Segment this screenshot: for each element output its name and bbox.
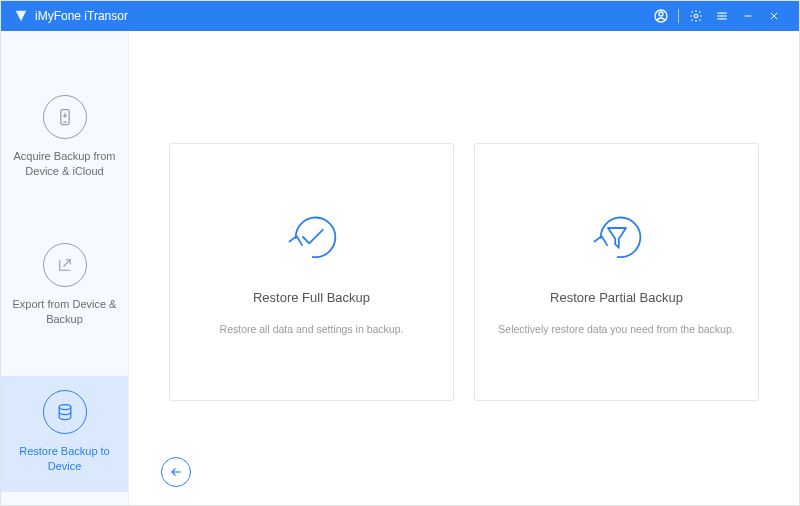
- sidebar-item-label: Restore Backup to Device: [9, 444, 120, 474]
- card-description: Selectively restore data you need from t…: [498, 323, 734, 335]
- sidebar-item-label: Export from Device & Backup: [9, 297, 120, 327]
- app-logo-icon: [13, 8, 29, 24]
- database-restore-icon: [43, 390, 87, 434]
- sidebar: Acquire Backup from Device & iCloud Expo…: [1, 31, 129, 506]
- sidebar-item-label: Acquire Backup from Device & iCloud: [9, 149, 120, 179]
- svg-point-11: [59, 405, 71, 410]
- account-icon[interactable]: [648, 1, 674, 31]
- settings-icon[interactable]: [683, 1, 709, 31]
- sidebar-item-restore-backup[interactable]: Restore Backup to Device: [1, 376, 128, 492]
- card-title: Restore Partial Backup: [550, 290, 683, 305]
- export-icon: [43, 243, 87, 287]
- app-title: iMyFone iTransor: [35, 9, 128, 23]
- titlebar-separator: [678, 9, 679, 23]
- svg-point-1: [659, 12, 663, 16]
- close-button[interactable]: [761, 1, 787, 31]
- back-button[interactable]: [161, 457, 191, 487]
- svg-point-2: [694, 14, 698, 18]
- main-content: Restore Full Backup Restore all data and…: [129, 31, 799, 506]
- sidebar-item-export[interactable]: Export from Device & Backup: [1, 229, 128, 345]
- card-restore-full-backup[interactable]: Restore Full Backup Restore all data and…: [169, 143, 454, 401]
- card-restore-partial-backup[interactable]: Restore Partial Backup Selectively resto…: [474, 143, 759, 401]
- menu-icon[interactable]: [709, 1, 735, 31]
- phone-download-icon: [43, 95, 87, 139]
- checkmark-circle-icon: [285, 210, 339, 268]
- card-description: Restore all data and settings in backup.: [220, 323, 404, 335]
- minimize-button[interactable]: [735, 1, 761, 31]
- sidebar-item-acquire-backup[interactable]: Acquire Backup from Device & iCloud: [1, 81, 128, 197]
- card-title: Restore Full Backup: [253, 290, 370, 305]
- titlebar: iMyFone iTransor: [1, 1, 799, 31]
- filter-circle-icon: [590, 210, 644, 268]
